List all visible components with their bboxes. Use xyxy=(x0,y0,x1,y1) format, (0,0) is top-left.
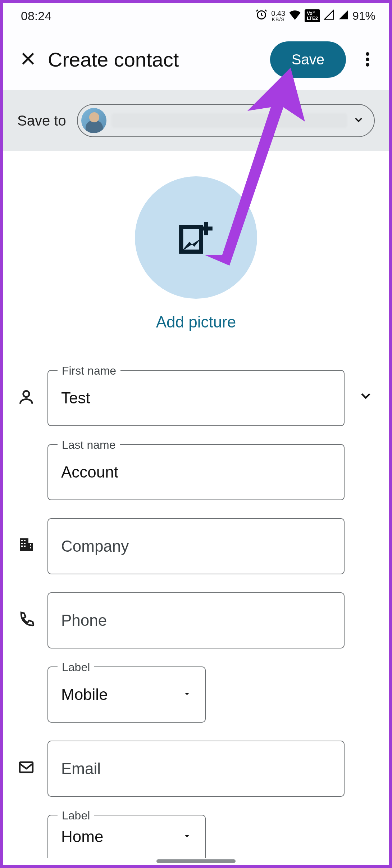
phone-input[interactable] xyxy=(61,611,331,629)
chevron-down-icon xyxy=(352,114,365,127)
phone-label-label: Label xyxy=(58,661,94,674)
app-bar: Create contact Save xyxy=(3,29,389,90)
email-label-value: Home xyxy=(61,828,103,846)
signal-icon-2 xyxy=(338,9,349,23)
battery-percentage: 91% xyxy=(352,9,375,23)
clock-time: 08:24 xyxy=(21,9,51,23)
account-selector[interactable] xyxy=(77,104,375,137)
email-label-selector[interactable]: Label Home xyxy=(47,815,206,858)
expand-name-icon[interactable] xyxy=(353,370,378,404)
page-title: Create contact xyxy=(48,48,259,71)
picture-section: Add picture xyxy=(3,151,389,348)
svg-rect-5 xyxy=(21,540,23,541)
save-to-section: Save to xyxy=(3,90,389,151)
svg-rect-9 xyxy=(21,546,23,547)
close-icon[interactable] xyxy=(19,50,37,69)
dropdown-icon xyxy=(182,689,192,700)
save-button[interactable]: Save xyxy=(270,41,346,78)
first-name-field[interactable]: First name xyxy=(47,370,345,426)
account-name-redacted xyxy=(111,113,347,128)
status-bar: 08:24 0.43 KB/S Vo¹¹LTE2 91% xyxy=(3,3,389,29)
avatar xyxy=(81,108,106,133)
phone-label-selector[interactable]: Label Mobile xyxy=(47,666,206,723)
svg-rect-12 xyxy=(30,547,31,548)
phone-field[interactable] xyxy=(47,592,345,648)
phone-icon xyxy=(14,592,39,628)
data-rate: 0.43 KB/S xyxy=(271,10,285,22)
add-picture-label[interactable]: Add picture xyxy=(156,313,236,331)
save-to-label: Save to xyxy=(17,113,66,129)
email-icon xyxy=(14,741,39,776)
svg-rect-8 xyxy=(24,543,26,544)
svg-point-2 xyxy=(366,58,369,61)
first-name-label: First name xyxy=(58,364,120,378)
alarm-icon xyxy=(255,8,268,23)
wifi-icon xyxy=(289,9,301,23)
person-icon xyxy=(14,370,39,406)
svg-rect-13 xyxy=(20,762,33,772)
svg-rect-6 xyxy=(24,540,26,541)
svg-rect-7 xyxy=(21,543,23,544)
svg-point-1 xyxy=(366,52,369,56)
first-name-input[interactable] xyxy=(61,389,331,407)
company-icon xyxy=(14,518,39,553)
overflow-menu-icon[interactable] xyxy=(357,49,378,70)
add-picture-button[interactable] xyxy=(135,176,257,299)
svg-point-3 xyxy=(366,63,369,67)
add-image-icon xyxy=(176,217,216,258)
email-input[interactable] xyxy=(61,760,331,778)
company-input[interactable] xyxy=(61,537,331,555)
svg-point-4 xyxy=(23,391,29,397)
signal-icon-1 xyxy=(324,9,334,23)
dropdown-icon xyxy=(182,831,192,842)
email-label-label: Label xyxy=(58,809,94,822)
last-name-input[interactable] xyxy=(61,463,331,481)
svg-rect-10 xyxy=(24,546,26,547)
svg-rect-11 xyxy=(30,544,31,546)
email-field[interactable] xyxy=(47,741,345,797)
last-name-field[interactable]: Last name xyxy=(47,444,345,500)
phone-label-value: Mobile xyxy=(61,686,108,704)
volte-badge: Vo¹¹LTE2 xyxy=(305,9,320,23)
form-section: First name Last name xyxy=(3,348,389,865)
last-name-label: Last name xyxy=(58,438,120,452)
nav-handle[interactable] xyxy=(156,859,236,863)
company-field[interactable] xyxy=(47,518,345,574)
